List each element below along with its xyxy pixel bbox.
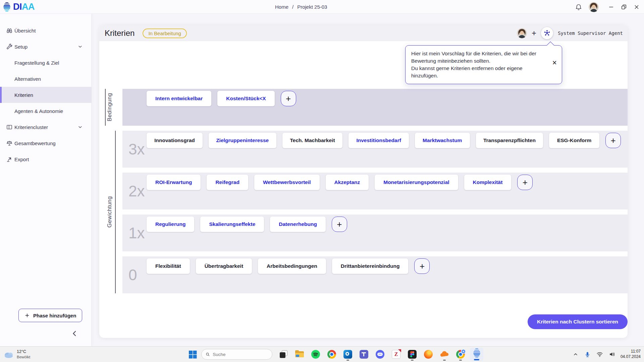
user-avatar[interactable] bbox=[589, 2, 599, 12]
add-criterion-button[interactable]: + bbox=[517, 175, 533, 190]
taskbar-weather-widget[interactable]: 12°C Bewölkt bbox=[3, 347, 30, 362]
assignee-avatar[interactable] bbox=[517, 28, 527, 38]
breadcrumb-home[interactable]: Home bbox=[275, 4, 288, 10]
criterion-chip[interactable]: Regulierung bbox=[147, 217, 194, 232]
sidebar-item-agenten-autonomie[interactable]: Agenten & Autonomie bbox=[0, 103, 92, 119]
criterion-chip[interactable]: Komplexität bbox=[464, 175, 512, 190]
criterion-chip[interactable]: Innovationsgrad bbox=[147, 133, 203, 148]
weighting-bracket-line bbox=[115, 131, 116, 293]
taskbar-app-zotero[interactable]: Z bbox=[389, 348, 403, 361]
criterion-chip[interactable]: Wettbewerbsvorteil bbox=[254, 175, 320, 190]
weather-condition: Bewölkt bbox=[17, 355, 30, 359]
criteria-board: Bedingung Gewichtung Intern entwickelbar… bbox=[99, 89, 628, 293]
criterion-chip[interactable]: Reifegrad bbox=[207, 175, 248, 190]
taskbar-clock[interactable]: 11:07 04.07.2024 bbox=[621, 349, 641, 359]
app-logo-text: DIAA bbox=[13, 2, 35, 12]
add-criterion-button[interactable]: + bbox=[332, 217, 347, 232]
criterion-chip[interactable]: Flexibilität bbox=[147, 258, 190, 274]
agent-name-label: System Supervisor Agent bbox=[558, 31, 623, 36]
sidebar-collapse-button[interactable] bbox=[70, 329, 79, 338]
window-minimize-button[interactable] bbox=[607, 3, 615, 11]
chevron-down-icon bbox=[77, 44, 83, 49]
criterion-chip[interactable]: Akzeptanz bbox=[326, 175, 369, 190]
add-criterion-button[interactable]: + bbox=[414, 258, 430, 274]
taskbar-app-chrome-profile[interactable] bbox=[454, 348, 467, 361]
taskbar-app-firefox[interactable] bbox=[422, 348, 435, 361]
sidebar-item-label: Alternativen bbox=[14, 76, 41, 82]
criterion-chip[interactable]: Investitionsbedarf bbox=[348, 133, 409, 148]
notifications-bell-icon[interactable] bbox=[574, 3, 583, 11]
weight-row-0: 0FlexibilitätÜbertragbarkeitArbeitsbedin… bbox=[122, 256, 628, 293]
criterion-chip[interactable]: Drittanbietereinbindung bbox=[332, 258, 409, 274]
criterion-chip[interactable]: Kosten/Stück<X bbox=[217, 91, 274, 106]
supervisor-agent-icon[interactable] bbox=[541, 27, 553, 39]
sidebar-item-label: Fragestellung & Ziel bbox=[14, 60, 59, 66]
agent-cluster: + System Supervisor Agent bbox=[517, 27, 623, 39]
sidebar: ÜbersichtSetupFragestellung & ZielAltern… bbox=[0, 14, 92, 346]
sidebar-item-kriteriencluster[interactable]: Kriteriencluster bbox=[0, 119, 92, 135]
hub-network-icon bbox=[543, 29, 551, 37]
taskbar-app-discord[interactable] bbox=[373, 348, 387, 361]
window-close-button[interactable] bbox=[633, 3, 641, 11]
criterion-chip[interactable]: Tech. Machbarkeit bbox=[282, 133, 343, 148]
window-restore-button[interactable] bbox=[620, 3, 628, 11]
taskbar-search[interactable] bbox=[201, 349, 272, 360]
sidebar-item-label: Setup bbox=[14, 44, 28, 50]
taskbar-app-teams[interactable] bbox=[357, 348, 371, 361]
windows-start-button[interactable] bbox=[189, 350, 197, 359]
sidebar-item-kriterien[interactable]: Kriterien bbox=[0, 87, 92, 103]
criterion-chip[interactable]: Skalierungseffekte bbox=[200, 217, 264, 232]
tray-microphone-icon[interactable] bbox=[584, 351, 591, 358]
criterion-chip[interactable]: Arbeitsbedingungen bbox=[258, 258, 326, 274]
criterion-chip[interactable]: Monetarisierungspotenzial bbox=[375, 175, 458, 190]
criterion-chip[interactable]: Intern entwickelbar bbox=[147, 91, 211, 106]
criterion-chip[interactable]: Datenerhebung bbox=[270, 217, 326, 232]
columns-icon bbox=[6, 124, 13, 130]
criterion-chip[interactable]: ESG-Konform bbox=[549, 133, 599, 148]
weighting-side-label: Gewichtung bbox=[106, 131, 113, 293]
criterion-chip[interactable]: Transparenzpflichten bbox=[476, 133, 543, 148]
weight-label: 3x bbox=[128, 141, 145, 157]
breadcrumb-separator: / bbox=[292, 4, 293, 10]
criterion-chip[interactable]: Zielgruppeninteresse bbox=[209, 133, 276, 148]
sidebar-item-gesamtbewertung[interactable]: Gesamtbewertung bbox=[0, 135, 92, 151]
taskbar-app-outlook[interactable] bbox=[341, 348, 355, 361]
weather-temp: 12°C bbox=[17, 349, 30, 355]
sidebar-item-label: Agenten & Autonomie bbox=[14, 108, 63, 114]
topbar: DIAA Home / Projekt 25-03 bbox=[0, 0, 644, 14]
taskbar-app-diaa[interactable] bbox=[470, 348, 483, 361]
scales-icon bbox=[6, 140, 13, 146]
taskbar-app-cloudflare[interactable] bbox=[438, 348, 451, 361]
tray-volume-icon[interactable] bbox=[608, 350, 616, 358]
criterion-chip[interactable]: Übertragbarkeit bbox=[196, 258, 252, 274]
add-agent-button[interactable]: + bbox=[532, 29, 536, 37]
arrow-up-right-icon bbox=[6, 156, 13, 163]
search-input[interactable] bbox=[213, 352, 268, 357]
taskbar-app-spotify[interactable] bbox=[309, 348, 322, 361]
add-criterion-button[interactable]: + bbox=[605, 133, 621, 148]
add-phase-button[interactable]: Phase hinzufügen bbox=[18, 309, 82, 322]
taskbar-app-task-view[interactable] bbox=[277, 348, 290, 361]
sidebar-item-alternativen[interactable]: Alternativen bbox=[0, 71, 92, 87]
sidebar-item-uebersicht[interactable]: Übersicht bbox=[0, 22, 92, 39]
sidebar-item-label: Kriterien bbox=[14, 92, 33, 98]
tooltip-close-icon[interactable]: × bbox=[552, 59, 557, 67]
diaa-logo-icon bbox=[3, 2, 10, 12]
add-criterion-button[interactable]: + bbox=[281, 91, 296, 106]
taskbar-app-file-explorer[interactable] bbox=[293, 348, 306, 361]
taskbar-app-chrome[interactable] bbox=[325, 348, 338, 361]
tray-chevron-up-icon[interactable] bbox=[572, 351, 579, 358]
sidebar-item-setup[interactable]: Setup bbox=[0, 39, 92, 55]
running-indicator bbox=[459, 360, 462, 361]
tooltip-text-line1: Hier ist mein Vorschlag für die Kriterie… bbox=[411, 50, 544, 65]
criterion-chip[interactable]: Marktwachstum bbox=[415, 133, 470, 148]
sidebar-item-fragestellung-ziel[interactable]: Fragestellung & Ziel bbox=[0, 55, 92, 71]
sidebar-item-export[interactable]: Export bbox=[0, 151, 92, 167]
app-logo: DIAA bbox=[3, 0, 35, 14]
criterion-chip[interactable]: ROI-Erwartung bbox=[147, 175, 201, 190]
sort-by-cluster-button[interactable]: Kriterien nach Clustern sortieren bbox=[528, 314, 628, 329]
running-indicator bbox=[411, 360, 414, 361]
tray-wifi-icon[interactable] bbox=[596, 350, 604, 358]
taskbar-app-figma[interactable] bbox=[406, 348, 419, 361]
system-tray: 11:07 04.07.2024 bbox=[572, 347, 641, 362]
